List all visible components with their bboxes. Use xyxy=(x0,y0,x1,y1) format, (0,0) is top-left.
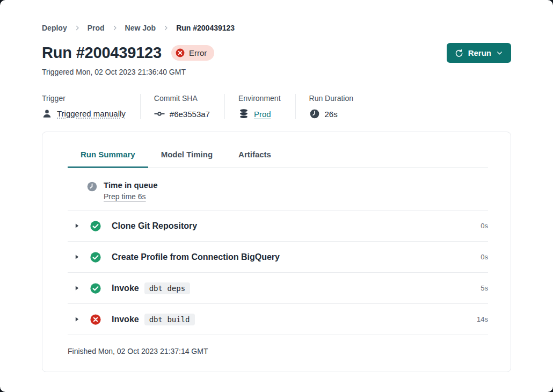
tab-artifacts[interactable]: Artifacts xyxy=(225,150,284,168)
step-duration: 0s xyxy=(481,253,488,261)
expand-caret-icon[interactable] xyxy=(74,253,81,262)
clock-icon xyxy=(86,181,98,192)
tab-model-timing[interactable]: Model Timing xyxy=(148,150,225,168)
tabs: Run Summary Model Timing Artifacts xyxy=(68,132,488,168)
breadcrumb-prod[interactable]: Prod xyxy=(88,24,105,32)
status-badge-label: Error xyxy=(189,48,207,57)
expand-caret-icon[interactable] xyxy=(74,284,81,293)
title-row: Run #200439123 Error Rerun xyxy=(42,43,511,63)
run-summary-card: Run Summary Model Timing Artifacts Time … xyxy=(42,132,511,372)
step-title: Invoke xyxy=(112,284,139,293)
rerun-label: Rerun xyxy=(468,48,491,57)
step-command-chip: dbt build xyxy=(144,314,195,325)
success-icon xyxy=(90,220,101,232)
clock-icon xyxy=(309,108,320,119)
meta-commit-label: Commit SHA xyxy=(154,94,210,103)
success-icon xyxy=(90,282,101,294)
run-metadata: Trigger Triggered manually Commit SHA #6… xyxy=(42,94,511,119)
queue-title: Time in queue xyxy=(104,180,158,190)
meta-commit-value: #6e3553a7 xyxy=(170,110,210,119)
prep-time-link[interactable]: Prep time 6s xyxy=(104,192,158,201)
step-row-clone-git[interactable]: Clone Git Repository 0s xyxy=(68,210,488,242)
run-detail-page: Deploy Prod New Job Run #200439123 Run #… xyxy=(0,0,553,392)
step-row-dbt-deps[interactable]: Invoke dbt deps 5s xyxy=(68,273,488,304)
rerun-icon xyxy=(455,49,463,57)
meta-trigger: Trigger Triggered manually xyxy=(42,94,140,119)
chevron-right-icon xyxy=(112,25,118,31)
git-commit-icon xyxy=(154,108,165,119)
time-in-queue-section: Time in queue Prep time 6s xyxy=(68,168,488,210)
error-icon xyxy=(90,314,101,325)
chevron-down-icon xyxy=(496,49,503,56)
meta-environment-label: Environment xyxy=(238,94,281,103)
meta-environment-value[interactable]: Prod xyxy=(254,110,271,119)
meta-duration-label: Run Duration xyxy=(309,94,354,103)
error-circle-icon xyxy=(175,48,185,58)
meta-trigger-label: Trigger xyxy=(42,94,126,103)
step-title: Clone Git Repository xyxy=(112,221,197,231)
step-duration: 5s xyxy=(481,284,488,292)
breadcrumb-new-job[interactable]: New Job xyxy=(125,24,156,32)
step-row-create-profile[interactable]: Create Profile from Connection BigQuery … xyxy=(68,242,488,273)
breadcrumb-run-id: Run #200439123 xyxy=(176,24,235,32)
meta-duration-value: 26s xyxy=(325,110,338,119)
rerun-button[interactable]: Rerun xyxy=(447,43,511,63)
step-command-chip: dbt deps xyxy=(144,282,190,294)
meta-run-duration: Run Duration 26s xyxy=(295,94,368,119)
person-icon xyxy=(42,108,52,119)
triggered-timestamp: Triggered Mon, 02 Oct 2023 21:36:40 GMT xyxy=(42,68,511,76)
meta-trigger-value[interactable]: Triggered manually xyxy=(57,109,126,118)
status-badge: Error xyxy=(171,45,214,61)
meta-environment: Environment Prod xyxy=(224,94,295,119)
meta-commit-sha: Commit SHA #6e3553a7 xyxy=(140,94,224,119)
step-title: Create Profile from Connection BigQuery xyxy=(112,252,280,262)
breadcrumb: Deploy Prod New Job Run #200439123 xyxy=(42,0,511,32)
finished-timestamp: Finished Mon, 02 Oct 2023 21:37:14 GMT xyxy=(68,335,488,372)
chevron-right-icon xyxy=(163,25,169,31)
step-row-dbt-build[interactable]: Invoke dbt build 14s xyxy=(68,304,488,335)
expand-caret-icon[interactable] xyxy=(74,222,81,230)
breadcrumb-deploy[interactable]: Deploy xyxy=(42,24,67,32)
page-title: Run #200439123 xyxy=(42,44,162,62)
step-title: Invoke xyxy=(112,315,139,324)
step-duration: 0s xyxy=(481,222,488,230)
chevron-right-icon xyxy=(74,25,81,31)
expand-caret-icon[interactable] xyxy=(74,315,81,324)
step-duration: 14s xyxy=(477,315,488,323)
success-icon xyxy=(90,251,101,263)
tab-run-summary[interactable]: Run Summary xyxy=(68,150,148,168)
database-icon xyxy=(238,108,249,119)
